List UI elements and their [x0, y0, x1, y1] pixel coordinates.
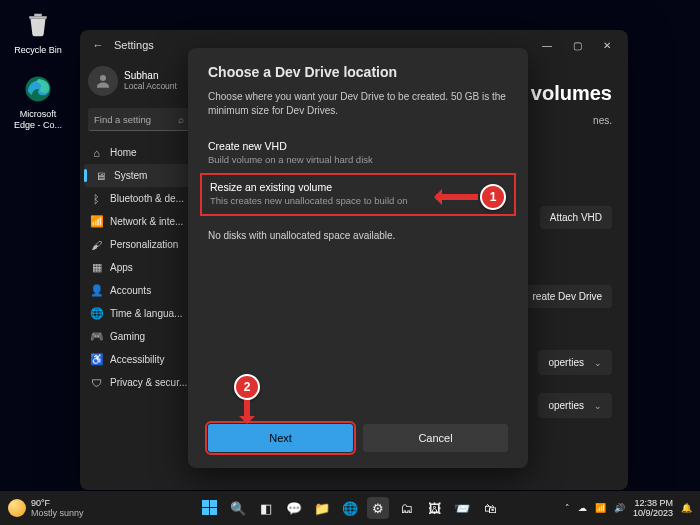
dialog-description: Choose where you want your Dev Drive to … [208, 90, 508, 118]
bt-icon: ᛒ [90, 192, 103, 205]
sidebar-item-label: Bluetooth & de... [110, 193, 184, 204]
app-taskbar-icon[interactable]: 📨 [451, 497, 473, 519]
sidebar-item-label: Network & inte... [110, 216, 183, 227]
net-icon: 📶 [90, 215, 103, 228]
option-title: Resize an existing volume [210, 181, 506, 193]
sidebar-item-system[interactable]: 🖥System [84, 164, 194, 187]
sidebar-item-game[interactable]: 🎮Gaming [80, 325, 198, 348]
sidebar-item-label: Time & langua... [110, 308, 182, 319]
edge-taskbar-icon[interactable]: 🌐 [339, 497, 361, 519]
apps-icon: ▦ [90, 261, 103, 274]
desktop-icon-edge[interactable]: Microsoft Edge - Co... [10, 72, 66, 131]
sidebar-item-label: Accounts [110, 285, 151, 296]
desktop-icon-label: Recycle Bin [14, 45, 62, 55]
sidebar-item-net[interactable]: 📶Network & inte... [80, 210, 198, 233]
app-taskbar-icon[interactable]: 🛍 [479, 497, 501, 519]
option-create-new-vhd[interactable]: Create new VHD Build volume on a new vir… [208, 134, 508, 173]
minimize-button[interactable]: ― [532, 30, 562, 60]
game-icon: 🎮 [90, 330, 103, 343]
sidebar-item-priv[interactable]: 🛡Privacy & secur... [80, 371, 198, 394]
app-taskbar-icon[interactable]: 🗂 [395, 497, 417, 519]
properties-row-1[interactable]: operties⌄ [538, 350, 612, 375]
search-input[interactable]: Find a setting ⌕ [88, 108, 190, 131]
back-button[interactable]: ← [86, 39, 110, 51]
system-icon: 🖥 [94, 169, 107, 182]
weather-cond: Mostly sunny [31, 508, 84, 518]
sidebar-item-home[interactable]: ⌂Home [80, 141, 198, 164]
taskbar-center: 🔍 ◧ 💬 📁 🌐 ⚙ 🗂 🖼 📨 🛍 [199, 497, 501, 519]
option-title: Create new VHD [208, 140, 508, 152]
sidebar-item-label: System [114, 170, 147, 181]
start-button[interactable] [199, 497, 221, 519]
search-icon: ⌕ [178, 114, 184, 125]
pers-icon: 🖌 [90, 238, 103, 251]
create-dev-drive-button[interactable]: reate Dev Drive [523, 285, 612, 308]
sidebar-item-label: Accessibility [110, 354, 164, 365]
sidebar: Subhan Local Account Find a setting ⌕ ⌂H… [80, 60, 198, 490]
svg-rect-5 [210, 508, 217, 515]
settings-taskbar-icon[interactable]: ⚙ [367, 497, 389, 519]
maximize-button[interactable]: ▢ [562, 30, 592, 60]
home-icon: ⌂ [90, 146, 103, 159]
sidebar-item-label: Apps [110, 262, 133, 273]
sidebar-item-label: Privacy & secur... [110, 377, 187, 388]
taskbar-clock[interactable]: 12:38 PM 10/9/2023 [633, 498, 673, 518]
option-subtitle: Build volume on a new virtual hard disk [208, 154, 508, 165]
sidebar-item-acc[interactable]: ♿Accessibility [80, 348, 198, 371]
search-taskbar-button[interactable]: 🔍 [227, 497, 249, 519]
svg-rect-2 [202, 500, 209, 507]
annotation-bubble-2: 2 [234, 374, 260, 400]
sidebar-item-bt[interactable]: ᛒBluetooth & de... [80, 187, 198, 210]
taskbar: 90°F Mostly sunny 🔍 ◧ 💬 📁 🌐 ⚙ 🗂 🖼 📨 🛍 ˄ … [0, 491, 700, 525]
properties-row-2[interactable]: operties⌄ [538, 393, 612, 418]
weather-icon [8, 499, 26, 517]
system-tray: ˄ ☁ 📶 🔊 12:38 PM 10/9/2023 🔔 [565, 498, 692, 518]
priv-icon: 🛡 [90, 376, 103, 389]
attach-vhd-button[interactable]: Attach VHD [540, 206, 612, 229]
sidebar-item-time[interactable]: 🌐Time & langua... [80, 302, 198, 325]
onedrive-icon[interactable]: ☁ [578, 503, 587, 513]
annotation-arrow-1 [436, 194, 478, 200]
account-type: Local Account [124, 81, 177, 92]
sidebar-item-acct[interactable]: 👤Accounts [80, 279, 198, 302]
svg-rect-4 [202, 508, 209, 515]
search-placeholder: Find a setting [94, 114, 151, 125]
edge-icon [21, 72, 55, 106]
chevron-down-icon: ⌄ [594, 401, 602, 411]
taskbar-weather[interactable]: 90°F Mostly sunny [8, 498, 84, 518]
volume-icon[interactable]: 🔊 [614, 503, 625, 513]
acct-icon: 👤 [90, 284, 103, 297]
acc-icon: ♿ [90, 353, 103, 366]
task-view-button[interactable]: ◧ [255, 497, 277, 519]
chevron-down-icon: ⌄ [594, 358, 602, 368]
file-explorer-icon[interactable]: 📁 [311, 497, 333, 519]
weather-temp: 90°F [31, 498, 84, 508]
dev-drive-dialog: Choose a Dev Drive location Choose where… [188, 48, 528, 468]
sidebar-item-pers[interactable]: 🖌Personalization [80, 233, 198, 256]
sidebar-item-label: Gaming [110, 331, 145, 342]
clock-time: 12:38 PM [633, 498, 673, 508]
wifi-icon[interactable]: 📶 [595, 503, 606, 513]
svg-rect-3 [210, 500, 217, 507]
cancel-button[interactable]: Cancel [363, 424, 508, 452]
account-name: Subhan [124, 70, 177, 81]
recycle-bin-icon [21, 8, 55, 42]
notifications-icon[interactable]: 🔔 [681, 503, 692, 513]
svg-point-1 [100, 75, 106, 81]
sidebar-item-apps[interactable]: ▦Apps [80, 256, 198, 279]
next-button[interactable]: Next [208, 424, 353, 452]
chat-icon[interactable]: 💬 [283, 497, 305, 519]
tray-chevron-icon[interactable]: ˄ [565, 503, 570, 513]
avatar [88, 66, 118, 96]
desktop-icon-recycle-bin[interactable]: Recycle Bin [10, 8, 66, 56]
app-taskbar-icon[interactable]: 🖼 [423, 497, 445, 519]
time-icon: 🌐 [90, 307, 103, 320]
sidebar-item-label: Personalization [110, 239, 178, 250]
annotation-bubble-1: 1 [480, 184, 506, 210]
close-button[interactable]: ✕ [592, 30, 622, 60]
clock-date: 10/9/2023 [633, 508, 673, 518]
dialog-message: No disks with unallocated space availabl… [208, 230, 508, 241]
sidebar-item-label: Home [110, 147, 137, 158]
annotation-arrow-2 [244, 400, 250, 422]
account-block[interactable]: Subhan Local Account [80, 62, 198, 100]
